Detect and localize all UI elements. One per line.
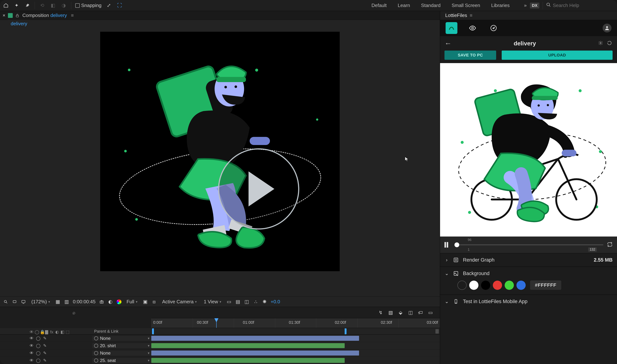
pickwhip-icon[interactable] xyxy=(94,344,98,348)
search-help[interactable] xyxy=(546,2,614,9)
layer-edit-icon[interactable]: ✎ xyxy=(43,351,47,355)
adj-column-icon[interactable]: ◧ xyxy=(61,330,64,333)
layer-solo-icon[interactable]: ◯ xyxy=(36,336,40,340)
current-time-indicator[interactable] xyxy=(216,318,217,328)
lock-column-icon[interactable]: 🔒 xyxy=(40,330,43,333)
rotate-tool-icon[interactable]: ⟲ xyxy=(39,2,46,9)
selection-tool-icon[interactable]: ✦ xyxy=(13,2,20,9)
eye-column-icon[interactable]: 👁 xyxy=(29,330,33,333)
display-icon[interactable] xyxy=(21,299,26,305)
workspace-more-icon[interactable]: » xyxy=(524,3,527,8)
pause-button[interactable] xyxy=(445,242,451,247)
bg-swatch-green[interactable] xyxy=(505,281,514,290)
pickwhip-icon[interactable] xyxy=(94,358,98,363)
player-track[interactable] xyxy=(454,244,603,245)
layer-visible-icon[interactable]: 👁 xyxy=(29,351,34,355)
layer-visible-icon[interactable]: 👁 xyxy=(29,358,34,363)
layer-edit-icon[interactable]: ✎ xyxy=(43,344,47,348)
upload-button[interactable]: UPLOAD xyxy=(502,51,613,60)
region-icon[interactable]: ⧈ xyxy=(152,299,157,305)
workarea-start-handle[interactable] xyxy=(152,328,154,334)
zoom-select[interactable]: (172%)▾ xyxy=(29,299,52,305)
clip-icon[interactable]: ◐ xyxy=(108,299,113,305)
mb-column-icon[interactable]: ◐ xyxy=(55,330,59,333)
fx-column-icon[interactable]: fx xyxy=(50,330,53,333)
timeline-motion-blur-icon[interactable]: ⬙ xyxy=(398,309,404,316)
timeline-search-icon[interactable]: ⌕ xyxy=(71,309,77,316)
bg-hex-input[interactable]: #FFFFFF xyxy=(530,280,561,290)
aspect-badge[interactable]: DX xyxy=(530,3,539,9)
workspace-learn[interactable]: Learn xyxy=(398,3,410,8)
timeline-expand-icon[interactable]: ▭ xyxy=(427,309,434,316)
search-input[interactable] xyxy=(553,3,614,8)
res-half-icon[interactable]: ▦ xyxy=(55,299,61,305)
lottie-tab-preview[interactable] xyxy=(446,22,457,34)
workarea-end-handle[interactable] xyxy=(345,328,347,334)
res-grid-icon[interactable]: ▥ xyxy=(64,299,70,305)
lottiefiles-panel-menu-icon[interactable]: ≡ xyxy=(470,13,473,18)
lock-icon[interactable] xyxy=(15,13,20,18)
lottie-tab-eye[interactable] xyxy=(467,22,478,34)
three-d-icon[interactable]: ⛬ xyxy=(253,299,258,305)
hand-icon[interactable] xyxy=(12,299,17,305)
magnify-icon[interactable] xyxy=(3,299,9,305)
timeline-frame-blend-icon[interactable]: ▧ xyxy=(387,309,394,316)
layer-solo-icon[interactable]: ◯ xyxy=(36,344,40,348)
timeline-graph-editor-icon[interactable]: ◫ xyxy=(407,309,414,316)
layer-visible-icon[interactable]: 👁 xyxy=(29,336,34,340)
layer-row[interactable]: 👁 ◯ ✎ None ▾ xyxy=(0,335,440,342)
layer-solo-icon[interactable]: ◯ xyxy=(36,351,40,355)
label-column-icon[interactable]: ▇ xyxy=(45,330,48,333)
play-overlay-button[interactable] xyxy=(218,148,299,230)
home-icon[interactable] xyxy=(3,2,9,9)
behind-tool-icon[interactable]: ◧ xyxy=(50,2,56,9)
layer-visible-icon[interactable]: 👁 xyxy=(29,344,34,348)
tab-close-icon[interactable]: × xyxy=(3,13,5,18)
pickwhip-icon[interactable] xyxy=(94,336,98,340)
reload-icon[interactable] xyxy=(607,40,613,46)
transparency-grid-icon[interactable]: ▣ xyxy=(143,299,148,305)
pin-tool-icon[interactable] xyxy=(24,2,31,9)
bg-swatch-white[interactable] xyxy=(469,281,478,290)
bg-swatch-red[interactable] xyxy=(493,281,502,290)
workspace-libs[interactable]: Libraries xyxy=(491,3,510,8)
back-button[interactable]: ← xyxy=(445,39,451,47)
bg-swatch-blue[interactable] xyxy=(516,281,526,290)
mask-vis-icon[interactable]: ◫ xyxy=(244,299,250,305)
layer-parent-select[interactable]: None ▾ xyxy=(92,336,151,341)
account-avatar[interactable] xyxy=(603,24,611,32)
player-thumb[interactable] xyxy=(454,242,459,247)
guides-icon[interactable]: ▭ xyxy=(226,299,232,305)
panel-menu-icon[interactable]: ≡ xyxy=(71,13,74,18)
snapshot-icon[interactable] xyxy=(99,299,104,305)
bg-swatch-black[interactable] xyxy=(481,281,490,290)
mask-tool-icon[interactable]: ◑ xyxy=(60,2,67,9)
3d-column-icon[interactable]: ⬚ xyxy=(66,330,69,333)
pickwhip-icon[interactable] xyxy=(94,351,98,355)
layer-edit-icon[interactable]: ✎ xyxy=(43,358,47,363)
resolution-select[interactable]: Full▾ xyxy=(125,299,139,305)
layer-parent-select[interactable]: None ▾ xyxy=(92,351,151,356)
mobile-test-toggle[interactable]: ⌄ Test in LottieFiles Mobile App xyxy=(445,298,613,305)
loop-icon[interactable] xyxy=(607,242,613,248)
camera-select[interactable]: Active Camera▾ xyxy=(160,299,199,305)
background-toggle[interactable]: ⌄ Background xyxy=(445,270,613,277)
render-graph-toggle[interactable]: › Render Graph 2.55 MB xyxy=(445,257,613,263)
layer-solo-icon[interactable]: ◯ xyxy=(36,358,40,363)
layer-row[interactable]: 👁 ◯ ✎ 20. shirt ▾ xyxy=(0,342,440,350)
workspace-standard[interactable]: Standard xyxy=(421,3,441,8)
timeline-shy-icon[interactable]: ↯ xyxy=(377,309,384,316)
exposure-icon[interactable]: ✺ xyxy=(262,299,267,305)
layer-parent-select[interactable]: 25. seat ▾ xyxy=(92,358,151,363)
layer-row[interactable]: 👁 ◯ ✎ 25. seat ▾ xyxy=(0,357,440,364)
bg-swatch-transparent[interactable] xyxy=(457,281,467,290)
timeline-ruler[interactable]: 0:00f 00:30f 01:00f 01:30f 02:00f 02:30f… xyxy=(151,318,440,328)
views-select[interactable]: 1 View▾ xyxy=(202,299,223,305)
color-wheel-icon[interactable] xyxy=(117,299,121,304)
snap-collapse-icon[interactable]: ⤢ xyxy=(105,2,112,9)
workspace-default[interactable]: Default xyxy=(372,3,386,8)
timeline-end-marker[interactable] xyxy=(436,329,439,334)
exposure-offset[interactable]: +0.0 xyxy=(271,299,280,305)
timecode-display[interactable]: 0:00:00:45 xyxy=(73,299,96,305)
layer-row[interactable]: 👁 ◯ ✎ None ▾ xyxy=(0,350,440,357)
